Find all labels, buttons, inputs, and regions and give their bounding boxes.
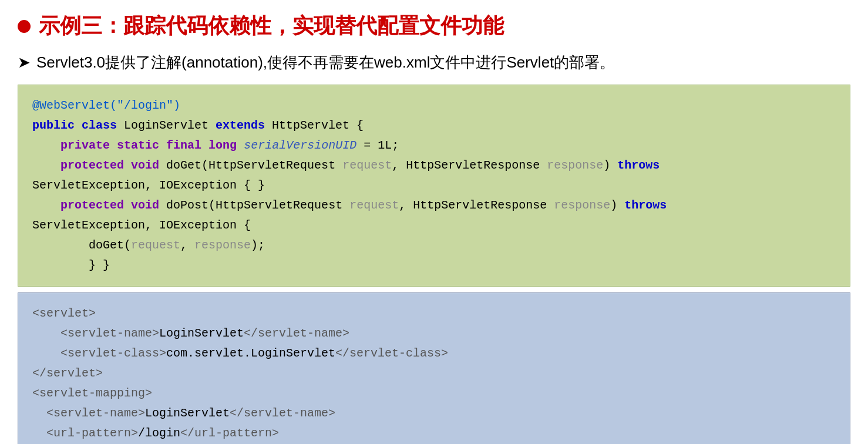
param-request-2: request xyxy=(349,199,399,212)
param-response-3: response xyxy=(194,238,251,252)
xml-url-pattern-open: <url-pattern> xyxy=(46,426,138,440)
bullet-icon xyxy=(18,20,31,33)
kw-class: class xyxy=(82,119,117,132)
page-container: 示例三：跟踪代码依赖性，实现替代配置文件功能 ➤ Servlet3.0提供了注解… xyxy=(0,0,868,444)
xml-mapping-open: <servlet-mapping> xyxy=(32,386,152,400)
kw-private: private xyxy=(60,139,110,152)
param-response-1: response xyxy=(547,159,603,172)
kw-public: public xyxy=(32,119,75,132)
xml-servlet-class-close: </servlet-class> xyxy=(335,347,448,360)
kw-protected-1: protected xyxy=(60,159,124,172)
xml-servlet-name-close-1: </servlet-name> xyxy=(244,327,349,340)
java-code-block: @WebServlet("/login") public class Login… xyxy=(18,85,850,287)
xml-code-block: <servlet> <servlet-name>LoginServlet</se… xyxy=(18,292,850,444)
annotation: @WebServlet("/login") xyxy=(32,99,180,112)
xml-servlet-close: </servlet> xyxy=(32,366,103,380)
param-request-1: request xyxy=(342,159,392,172)
subtitle-text: Servlet3.0提供了注解(annotation),使得不再需要在web.x… xyxy=(36,51,615,74)
kw-protected-2: protected xyxy=(60,199,124,212)
page-title: 示例三：跟踪代码依赖性，实现替代配置文件功能 xyxy=(39,12,504,41)
xml-servlet-class-open: <servlet-class> xyxy=(60,347,166,360)
subtitle-row: ➤ Servlet3.0提供了注解(annotation),使得不再需要在web… xyxy=(18,51,850,74)
param-response-2: response xyxy=(554,199,610,212)
kw-void-1: void xyxy=(131,159,159,172)
xml-servlet-name-close-2: </servlet-name> xyxy=(230,406,335,420)
xml-servlet-name-open-1: <servlet-name> xyxy=(60,327,159,340)
title-row: 示例三：跟踪代码依赖性，实现替代配置文件功能 xyxy=(18,12,850,41)
xml-servlet-open: <servlet> xyxy=(32,307,96,320)
kw-void-2: void xyxy=(131,199,159,212)
kw-throws-2: throws xyxy=(624,199,667,212)
arrow-icon: ➤ xyxy=(18,51,31,74)
field-name: serialVersionUID xyxy=(244,139,356,152)
kw-throws-1: throws xyxy=(617,159,660,172)
kw-extends: extends xyxy=(216,119,265,132)
xml-url-pattern-close: </url-pattern> xyxy=(180,426,279,440)
kw-static: static xyxy=(117,139,159,152)
kw-long: long xyxy=(208,139,237,152)
xml-servlet-name-open-2: <servlet-name> xyxy=(46,406,145,420)
param-request-3: request xyxy=(131,238,180,252)
kw-final: final xyxy=(166,139,201,152)
